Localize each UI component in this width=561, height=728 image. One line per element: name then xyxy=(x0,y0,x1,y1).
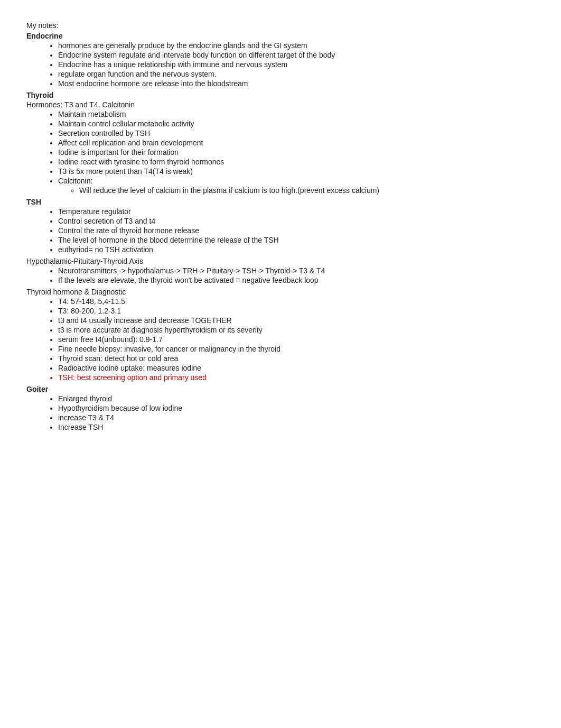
list-item: Increase TSH xyxy=(58,423,535,431)
list-item: The level of hormone in the blood determ… xyxy=(58,236,535,244)
list-item: t3 is more accurate at diagnosis hyperth… xyxy=(58,326,535,334)
goiter-heading: Goiter xyxy=(26,385,535,393)
hypothalamic-heading: Hypothalamic-Pituitary-Thyroid Axis xyxy=(26,257,535,265)
section-goiter: Goiter Enlarged thyroid Hypothyroidism b… xyxy=(26,385,535,431)
hypothalamic-list: Neurotransmitters -> hypothalamus-> TRH-… xyxy=(26,266,535,284)
list-item: Iodine is important for their formation xyxy=(58,148,535,156)
list-item: T3 is 5x more potent than T4(T4 is weak) xyxy=(58,167,535,176)
thyroid-diagnostic-heading: Thyroid hormone & Diagnostic xyxy=(26,288,535,296)
page-title: My notes: xyxy=(26,21,535,30)
list-item: T3: 80-200, 1.2-3.1 xyxy=(58,307,535,315)
tsh-highlight-item: TSH: best screening option and primary u… xyxy=(58,373,535,382)
list-item: regulate organ function and the nervous … xyxy=(58,70,535,78)
list-item: Temperature regulator xyxy=(58,207,535,216)
calcitonin-item: Calcitonin: Will reduce the level of cal… xyxy=(58,177,535,195)
list-item: Endocrine system regulate and intervate … xyxy=(58,51,535,59)
section-endocrine: Endocrine hormones are generally produce… xyxy=(26,32,535,88)
list-item: euthyriod= no TSH activation xyxy=(58,245,535,254)
list-item: increase T3 & T4 xyxy=(58,413,535,422)
section-thyroid: Thyroid Hormones: T3 and T4, Calcitonin … xyxy=(26,91,535,195)
list-item: Control secretion of T3 and t4 xyxy=(58,217,535,225)
section-hypothalamic: Hypothalamic-Pituitary-Thyroid Axis Neur… xyxy=(26,257,535,284)
list-item: hormones are generally produce by the en… xyxy=(58,41,535,50)
section-thyroid-diagnostic: Thyroid hormone & Diagnostic T4: 57-148,… xyxy=(26,288,535,382)
list-item: Hypothyroidism because of low iodine xyxy=(58,404,535,412)
list-item: Iodine react with tyrosine to form thyro… xyxy=(58,158,535,166)
thyroid-sub-heading: Hormones: T3 and T4, Calcitonin xyxy=(26,100,535,109)
list-item: Enlarged thyroid xyxy=(58,394,535,403)
list-item: Affect cell replication and brain develo… xyxy=(58,139,535,147)
list-item: Fine needle biopsy: invasive, for cancer… xyxy=(58,345,535,353)
list-item: Maintain control cellular metabolic acti… xyxy=(58,119,535,128)
list-item: If the levels are elevate, the thyroid w… xyxy=(58,276,535,284)
thyroid-list: Maintain metabolism Maintain control cel… xyxy=(26,110,535,195)
list-item: t3 and t4 usually increase and decrease … xyxy=(58,316,535,325)
section-tsh: TSH Temperature regulator Control secret… xyxy=(26,198,535,254)
list-item: serum free t4(unbound): 0.9-1.7 xyxy=(58,335,535,344)
calcitonin-label: Calcitonin: xyxy=(58,177,92,185)
thyroid-heading: Thyroid xyxy=(26,91,535,99)
thyroid-diagnostic-list: T4: 57-148, 5,4-11.5 T3: 80-200, 1.2-3.1… xyxy=(26,297,535,382)
list-item: Will reduce the level of calcium in the … xyxy=(79,186,535,195)
list-item: Neurotransmitters -> hypothalamus-> TRH-… xyxy=(58,266,535,275)
list-item: Radioactive iodine uptake: measures iodi… xyxy=(58,364,535,372)
goiter-list: Enlarged thyroid Hypothyroidism because … xyxy=(26,394,535,431)
list-item: Thyroid scan: detect hot or cold area xyxy=(58,354,535,363)
list-item: Endocrine has a unique relationship with… xyxy=(58,60,535,69)
list-item: Most endocrine hormone are release into … xyxy=(58,79,535,88)
tsh-list: Temperature regulator Control secretion … xyxy=(26,207,535,254)
list-item: Secretion controlled by TSH xyxy=(58,129,535,137)
tsh-heading: TSH xyxy=(26,198,535,206)
calcitonin-sub-list: Will reduce the level of calcium in the … xyxy=(58,186,535,195)
list-item: Maintain metabolism xyxy=(58,110,535,118)
list-item: T4: 57-148, 5,4-11.5 xyxy=(58,297,535,306)
list-item: Control the rate of thyroid hormone rele… xyxy=(58,226,535,235)
endocrine-heading: Endocrine xyxy=(26,32,535,40)
endocrine-list: hormones are generally produce by the en… xyxy=(26,41,535,88)
